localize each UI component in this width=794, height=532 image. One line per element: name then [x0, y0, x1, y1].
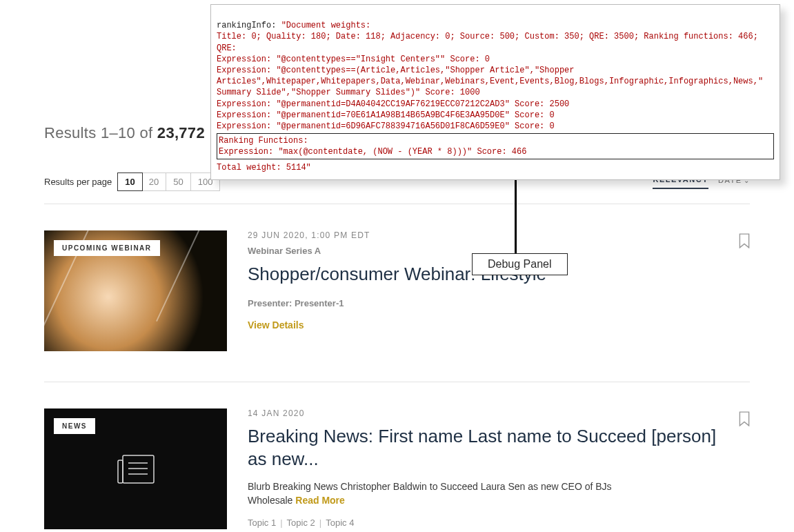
result-date: 29 JUN 2020, 1:00 PM EDT: [248, 230, 718, 240]
debug-ranking-box: Ranking Functions: Expression: "max(@con…: [217, 133, 774, 159]
debug-text: QRE:: [217, 43, 237, 53]
topic-link[interactable]: Topic 1: [248, 518, 276, 528]
result-card: UPCOMING WEBINAR 29 JUN 2020, 1:00 PM ED…: [44, 204, 750, 382]
result-presenter: Presenter: Presenter-1: [248, 298, 718, 308]
callout-label: Debug Panel: [472, 253, 568, 275]
debug-text: "Document weights:: [281, 21, 371, 30]
result-date: 14 JAN 2020: [248, 408, 718, 418]
results-label: Results: [44, 124, 96, 141]
debug-text: Expression: "@contenttypes=="Insight Cen…: [217, 55, 490, 64]
view-details-link[interactable]: View Details: [248, 319, 304, 331]
debug-text: Expression: "@permanentid=D4A04042CC19AF…: [217, 99, 569, 109]
perpage-opt-20[interactable]: 20: [142, 173, 166, 190]
result-thumbnail[interactable]: NEWS: [44, 408, 227, 529]
topic-link[interactable]: Topic 4: [326, 518, 354, 528]
read-more-link[interactable]: Read More: [295, 495, 345, 506]
debug-text: Expression: "@contenttypes==(Article,Art…: [217, 66, 574, 75]
debug-text: Expression: "@permanentid=6D96AFC7883947…: [217, 121, 555, 131]
debug-text: Summary Slide","Shopper Summary Slides")…: [217, 88, 480, 97]
debug-text: Articles",Whitepaper,Whitepapers,Data,We…: [217, 77, 763, 86]
badge-upcoming-webinar: UPCOMING WEBINAR: [54, 240, 160, 256]
topic-link[interactable]: Topic 2: [287, 518, 315, 528]
debug-total: Total weight: 5114": [217, 163, 311, 173]
debug-key: rankingInfo:: [217, 21, 281, 30]
results-of: of: [139, 124, 152, 141]
badge-news: NEWS: [54, 418, 95, 434]
result-blurb: Blurb Breaking News Christopher Baldwin …: [248, 480, 641, 508]
bookmark-icon[interactable]: [739, 411, 750, 426]
result-topics: Topic 1|Topic 2|Topic 4: [248, 518, 718, 528]
result-title[interactable]: Breaking News: First name Last name to S…: [248, 425, 718, 470]
perpage-options: 10 20 50 100: [117, 173, 220, 191]
svg-rect-1: [118, 460, 123, 483]
news-icon: [117, 455, 155, 484]
results-total: 23,772: [157, 124, 205, 141]
debug-text: Ranking Functions:: [219, 136, 308, 146]
perpage-label: Results per page: [44, 177, 112, 187]
bookmark-icon[interactable]: [739, 233, 750, 248]
perpage-opt-50[interactable]: 50: [166, 173, 190, 190]
debug-text: Title: 0; Quality: 180; Date: 118; Adjac…: [217, 32, 758, 41]
debug-panel: rankingInfo: "Document weights: Title: 0…: [210, 4, 780, 180]
result-card: NEWS 14 JAN 2020 Breaking News: First na…: [44, 382, 750, 532]
debug-text: Expression: "@permanentid=70E61A1A98B14B…: [217, 110, 555, 120]
svg-rect-0: [123, 455, 154, 483]
results-range: 1–10: [101, 124, 135, 141]
debug-text: Expression: "max(@contentdate, (NOW - (Y…: [219, 147, 526, 157]
perpage-opt-10[interactable]: 10: [117, 173, 142, 191]
result-thumbnail[interactable]: UPCOMING WEBINAR: [44, 230, 227, 351]
